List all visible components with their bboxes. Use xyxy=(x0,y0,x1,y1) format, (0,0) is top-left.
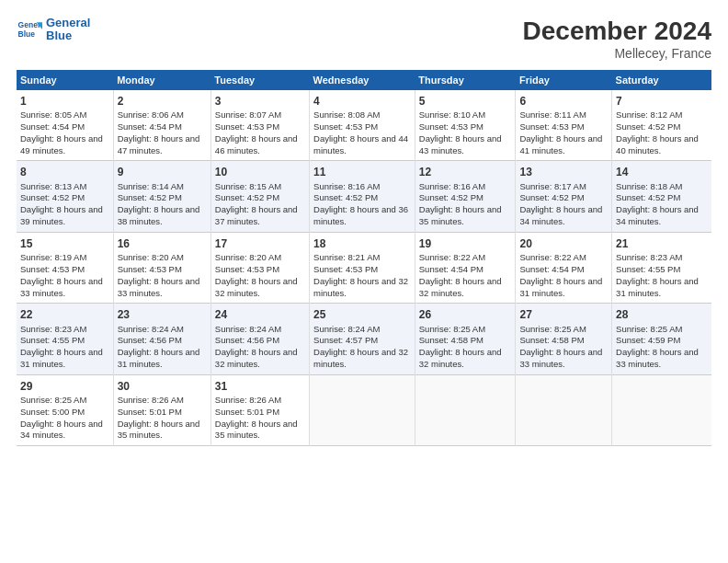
day-number: 14 xyxy=(616,165,708,179)
day-number: 27 xyxy=(519,307,608,322)
day-cell xyxy=(415,374,516,445)
header: General Blue General Blue December 2024 … xyxy=(17,17,711,61)
sunrise-text: Sunrise: 8:23 AM xyxy=(616,252,682,262)
sunrise-text: Sunrise: 8:07 AM xyxy=(215,109,281,120)
sunrise-text: Sunrise: 8:17 AM xyxy=(519,181,586,191)
day-number: 2 xyxy=(118,94,207,109)
day-cell: 16Sunrise: 8:20 AMSunset: 4:53 PMDayligh… xyxy=(113,232,210,303)
day-cell: 18Sunrise: 8:21 AMSunset: 4:53 PMDayligh… xyxy=(310,232,415,303)
day-cell: 8Sunrise: 8:13 AMSunset: 4:52 PMDaylight… xyxy=(17,161,113,232)
sunrise-text: Sunrise: 8:06 AM xyxy=(118,109,184,120)
svg-text:General: General xyxy=(18,21,42,30)
daylight-text: Daylight: 8 hours and 44 minutes. xyxy=(313,133,408,155)
sunset-text: Sunset: 5:01 PM xyxy=(118,407,182,417)
sunrise-text: Sunrise: 8:24 AM xyxy=(215,324,281,334)
day-number: 30 xyxy=(118,379,207,394)
sunrise-text: Sunrise: 8:26 AM xyxy=(118,395,184,405)
sunrise-text: Sunrise: 8:25 AM xyxy=(419,324,485,334)
daylight-text: Daylight: 8 hours and 49 minutes. xyxy=(20,133,103,155)
day-number: 1 xyxy=(20,94,109,109)
calendar-title: December 2024 xyxy=(523,17,711,46)
day-cell: 1Sunrise: 8:05 AMSunset: 4:54 PMDaylight… xyxy=(17,90,113,161)
header-row: SundayMondayTuesdayWednesdayThursdayFrid… xyxy=(17,70,711,90)
day-cell: 12Sunrise: 8:16 AMSunset: 4:52 PMDayligh… xyxy=(415,161,516,232)
day-cell: 4Sunrise: 8:08 AMSunset: 4:53 PMDaylight… xyxy=(310,90,415,161)
day-number: 22 xyxy=(20,307,109,322)
day-number: 3 xyxy=(215,94,305,109)
sunrise-text: Sunrise: 8:22 AM xyxy=(519,252,586,262)
day-number: 26 xyxy=(419,307,512,322)
day-number: 18 xyxy=(313,236,411,251)
daylight-text: Daylight: 8 hours and 33 minutes. xyxy=(616,347,699,369)
day-cell: 29Sunrise: 8:25 AMSunset: 5:00 PMDayligh… xyxy=(17,374,113,445)
sunset-text: Sunset: 5:01 PM xyxy=(215,407,279,417)
day-cell: 14Sunrise: 8:18 AMSunset: 4:52 PMDayligh… xyxy=(612,161,711,232)
sunrise-text: Sunrise: 8:15 AM xyxy=(215,181,281,191)
sunset-text: Sunset: 4:53 PM xyxy=(519,121,584,132)
col-header-sunday: Sunday xyxy=(17,70,113,90)
col-header-friday: Friday xyxy=(516,70,612,90)
day-number: 12 xyxy=(419,165,512,179)
logo: General Blue General Blue xyxy=(17,17,90,43)
sunset-text: Sunset: 4:58 PM xyxy=(419,335,483,345)
sunset-text: Sunset: 4:54 PM xyxy=(20,121,85,132)
week-row-5: 29Sunrise: 8:25 AMSunset: 5:00 PMDayligh… xyxy=(17,374,711,445)
daylight-text: Daylight: 8 hours and 41 minutes. xyxy=(519,133,602,155)
day-cell: 6Sunrise: 8:11 AMSunset: 4:53 PMDaylight… xyxy=(516,90,612,161)
day-number: 15 xyxy=(20,236,109,251)
sunrise-text: Sunrise: 8:25 AM xyxy=(519,324,586,334)
daylight-text: Daylight: 8 hours and 33 minutes. xyxy=(20,276,103,298)
col-header-wednesday: Wednesday xyxy=(310,70,415,90)
day-cell: 24Sunrise: 8:24 AMSunset: 4:56 PMDayligh… xyxy=(210,304,309,374)
sunrise-text: Sunrise: 8:19 AM xyxy=(20,252,86,262)
calendar-table: SundayMondayTuesdayWednesdayThursdayFrid… xyxy=(17,70,711,446)
daylight-text: Daylight: 8 hours and 36 minutes. xyxy=(313,204,408,226)
sunset-text: Sunset: 4:56 PM xyxy=(118,335,182,345)
day-number: 17 xyxy=(215,236,305,251)
sunrise-text: Sunrise: 8:20 AM xyxy=(118,252,184,262)
day-cell: 30Sunrise: 8:26 AMSunset: 5:01 PMDayligh… xyxy=(113,374,210,445)
sunset-text: Sunset: 4:53 PM xyxy=(313,121,378,132)
day-number: 31 xyxy=(215,379,305,394)
sunset-text: Sunset: 4:54 PM xyxy=(118,121,182,132)
sunset-text: Sunset: 4:55 PM xyxy=(616,264,680,274)
day-number: 13 xyxy=(519,165,608,179)
daylight-text: Daylight: 8 hours and 31 minutes. xyxy=(519,276,602,298)
daylight-text: Daylight: 8 hours and 43 minutes. xyxy=(419,133,502,155)
day-cell: 19Sunrise: 8:22 AMSunset: 4:54 PMDayligh… xyxy=(415,232,516,303)
daylight-text: Daylight: 8 hours and 31 minutes. xyxy=(616,276,699,298)
sunrise-text: Sunrise: 8:25 AM xyxy=(20,395,86,405)
sunset-text: Sunset: 4:54 PM xyxy=(519,264,584,274)
day-number: 8 xyxy=(20,165,109,179)
daylight-text: Daylight: 8 hours and 34 minutes. xyxy=(616,204,699,226)
sunset-text: Sunset: 4:55 PM xyxy=(20,335,85,345)
day-cell: 10Sunrise: 8:15 AMSunset: 4:52 PMDayligh… xyxy=(210,161,309,232)
day-cell: 20Sunrise: 8:22 AMSunset: 4:54 PMDayligh… xyxy=(516,232,612,303)
sunrise-text: Sunrise: 8:26 AM xyxy=(215,395,281,405)
sunset-text: Sunset: 4:52 PM xyxy=(20,192,85,202)
day-cell xyxy=(516,374,612,445)
day-cell: 27Sunrise: 8:25 AMSunset: 4:58 PMDayligh… xyxy=(516,304,612,374)
daylight-text: Daylight: 8 hours and 32 minutes. xyxy=(419,347,502,369)
daylight-text: Daylight: 8 hours and 34 minutes. xyxy=(519,204,602,226)
day-cell: 26Sunrise: 8:25 AMSunset: 4:58 PMDayligh… xyxy=(415,304,516,374)
sunset-text: Sunset: 4:52 PM xyxy=(313,192,378,202)
calendar-page: General Blue General Blue December 2024 … xyxy=(0,0,728,563)
sunrise-text: Sunrise: 8:25 AM xyxy=(616,324,682,334)
sunrise-text: Sunrise: 8:12 AM xyxy=(616,109,682,120)
sunrise-text: Sunrise: 8:10 AM xyxy=(419,109,485,120)
daylight-text: Daylight: 8 hours and 32 minutes. xyxy=(215,276,298,298)
daylight-text: Daylight: 8 hours and 32 minutes. xyxy=(215,347,298,369)
daylight-text: Daylight: 8 hours and 47 minutes. xyxy=(118,133,200,155)
day-number: 16 xyxy=(118,236,207,251)
daylight-text: Daylight: 8 hours and 35 minutes. xyxy=(215,419,298,441)
sunrise-text: Sunrise: 8:24 AM xyxy=(118,324,184,334)
day-number: 28 xyxy=(616,307,708,322)
day-cell: 21Sunrise: 8:23 AMSunset: 4:55 PMDayligh… xyxy=(612,232,711,303)
sunset-text: Sunset: 4:53 PM xyxy=(313,264,378,274)
day-cell: 23Sunrise: 8:24 AMSunset: 4:56 PMDayligh… xyxy=(113,304,210,374)
day-number: 29 xyxy=(20,379,109,394)
sunrise-text: Sunrise: 8:23 AM xyxy=(20,324,86,334)
day-number: 23 xyxy=(118,307,207,322)
sunset-text: Sunset: 4:58 PM xyxy=(519,335,584,345)
